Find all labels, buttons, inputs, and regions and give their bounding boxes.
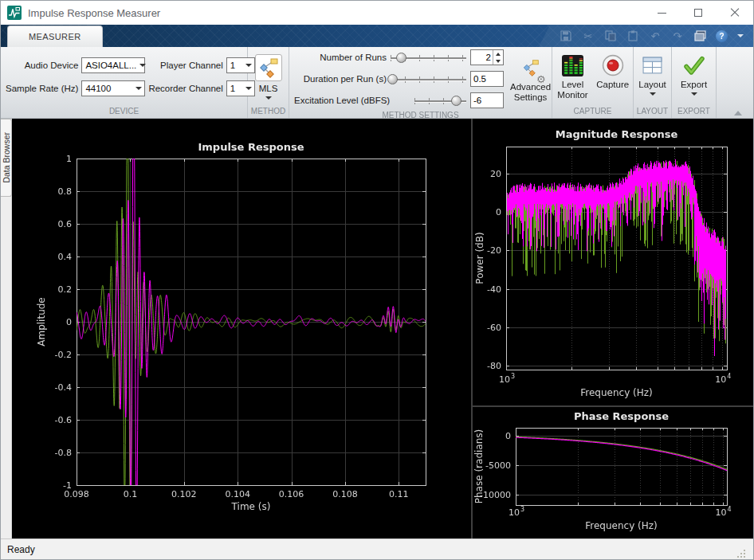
excitation-level-slider[interactable] (391, 95, 466, 107)
section-method: MLS METHOD (248, 47, 289, 118)
number-of-runs-spinner[interactable] (470, 49, 504, 65)
excitation-level-input[interactable] (470, 92, 504, 108)
layout-button[interactable]: Layout (635, 52, 670, 97)
data-browser-strip: Data Browser (1, 119, 12, 538)
section-label-method-settings: METHOD SETTINGS (289, 111, 552, 120)
redo-icon[interactable]: ↷ (671, 29, 684, 42)
sample-rate-select[interactable]: 44100 (81, 80, 145, 96)
phase-response-plot (473, 407, 753, 538)
chevron-down-icon (691, 92, 697, 96)
number-of-runs-slider[interactable] (391, 52, 466, 64)
save-icon[interactable] (560, 29, 572, 42)
mls-method-button[interactable]: MLS (252, 53, 285, 101)
data-browser-tab[interactable]: Data Browser (1, 119, 12, 197)
chevron-down-icon (265, 96, 272, 100)
cut-icon[interactable]: ✂ (582, 29, 595, 42)
section-layout: Layout LAYOUT (634, 47, 672, 118)
app-window: Impulse Response Measurer MEASURER ✂ ↶ ↷ (0, 0, 754, 560)
section-capture: Level Monitor Capture CAPTURE (552, 47, 634, 118)
collapse-toolstrip-icon[interactable] (734, 111, 742, 116)
number-of-runs-label: Number of Runs (294, 53, 387, 62)
mls-method-icon (255, 54, 282, 81)
minimize-icon (658, 13, 666, 14)
slider-thumb[interactable] (387, 74, 398, 84)
section-export: Export EXPORT (672, 47, 717, 118)
recorder-channel-label: Recorder Channel (148, 84, 222, 93)
magnitude-response-plot (473, 119, 753, 405)
toolstrip: Audio Device ASIO4ALL... Player Channel … (1, 47, 753, 119)
section-method-settings: Number of Runs Duration per Run (s) Exci… (289, 47, 552, 118)
section-device: Audio Device ASIO4ALL... Player Channel … (1, 47, 248, 118)
maximize-icon (694, 9, 702, 17)
title-bar: Impulse Response Measurer (1, 1, 753, 25)
maximize-button[interactable] (680, 1, 717, 25)
spinner-down-icon[interactable] (493, 57, 502, 65)
export-button[interactable]: Export (677, 52, 710, 97)
audio-device-label: Audio Device (6, 61, 78, 70)
right-plot-column (473, 119, 753, 538)
section-label-method: METHOD (248, 107, 289, 118)
app-icon (7, 6, 22, 20)
number-of-runs-input[interactable] (471, 50, 493, 65)
status-bar: Ready (1, 538, 753, 559)
windows-layout-icon[interactable] (693, 29, 706, 42)
duration-per-run-slider[interactable] (391, 73, 466, 85)
duration-per-run-label: Duration per Run (s) (294, 74, 387, 84)
capture-button[interactable]: Capture (595, 52, 631, 92)
sample-rate-label: Sample Rate (Hz) (6, 84, 78, 93)
close-button[interactable] (717, 1, 753, 25)
impulse-response-plot (12, 119, 471, 538)
export-check-icon (682, 53, 706, 77)
player-channel-label: Player Channel (148, 61, 222, 70)
advanced-settings-icon: ⚙ (519, 56, 543, 80)
gear-icon: ⚙ (536, 74, 546, 84)
layout-grid-icon (641, 53, 665, 77)
record-icon (601, 53, 625, 77)
resize-grip[interactable] (736, 548, 747, 559)
undo-icon[interactable]: ↶ (649, 29, 662, 42)
minimize-button[interactable] (643, 1, 680, 25)
window-title: Impulse Response Measurer (28, 7, 160, 19)
section-label-device: DEVICE (1, 107, 247, 118)
audio-device-select[interactable]: ASIO4ALL... (81, 57, 145, 73)
chevron-down-icon (139, 64, 146, 67)
paste-icon[interactable] (626, 29, 639, 42)
section-label-layout: LAYOUT (634, 107, 671, 118)
spinner-up-icon[interactable] (493, 50, 502, 57)
advanced-settings-button[interactable]: ⚙ Advanced Settings (507, 54, 554, 104)
slider-thumb[interactable] (396, 53, 406, 63)
help-icon[interactable]: ? (716, 30, 728, 42)
section-label-capture: CAPTURE (552, 107, 633, 118)
excitation-level-label: Excitation Level (dBFS) (294, 96, 387, 105)
slider-thumb[interactable] (451, 96, 461, 106)
tab-bar: MEASURER ✂ ↶ ↷ ? (1, 25, 753, 47)
copy-icon[interactable] (604, 29, 617, 42)
duration-per-run-input[interactable] (470, 71, 504, 87)
chevron-down-icon (135, 87, 142, 90)
main-plot-area: Data Browser (1, 119, 753, 538)
level-monitor-button[interactable]: Level Monitor (554, 52, 591, 102)
toolstrip-filler (717, 47, 753, 118)
section-label-export: EXPORT (672, 107, 716, 118)
status-text: Ready (7, 544, 35, 555)
chevron-down-icon (650, 92, 656, 96)
close-icon (730, 8, 740, 18)
quick-access-dropdown-icon[interactable] (737, 34, 744, 37)
level-monitor-icon (561, 53, 585, 77)
quick-access-toolbar: ✂ ↶ ↷ ? (539, 25, 753, 47)
tab-measurer[interactable]: MEASURER (7, 25, 103, 47)
